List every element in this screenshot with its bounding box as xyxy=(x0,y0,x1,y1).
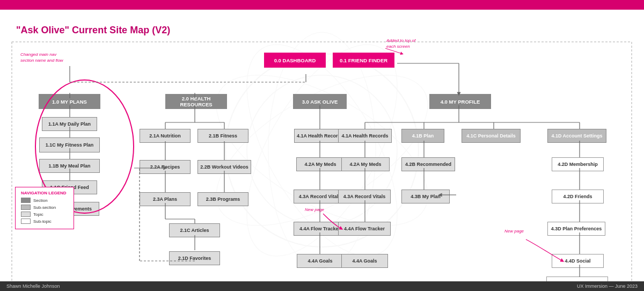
legend-title: NAVIGATION LEGEND xyxy=(21,191,68,195)
legend-subsection: Sub-section xyxy=(21,205,68,210)
node-recommended: 4.2B Recommended xyxy=(401,157,455,171)
node-workout-videos: 2.2B Workout Videos xyxy=(197,160,251,174)
node-plan-prefs: 4.3D Plan Preferences xyxy=(547,222,605,236)
node-fitness: 2.1B Fitness xyxy=(197,129,248,143)
node-my-plans: 1.0 MY PLANS xyxy=(39,94,100,109)
node-plan-4b: 4.1B Plan xyxy=(401,129,444,143)
node-social: 4.4D Social xyxy=(552,254,604,268)
node-fitness-plan: 1.1C My Fitness Plan xyxy=(39,137,100,152)
node-plans-2: 2.3A Plans xyxy=(140,192,191,206)
node-dashboard: 0.0 DASHBOARD xyxy=(264,53,326,68)
node-my-profile: 4.0 MY PROFILE xyxy=(429,94,491,109)
top-bar xyxy=(0,0,644,10)
node-account-settings: 4.1D Account Settings xyxy=(547,129,606,143)
node-personal-details: 4.1C Personal Details xyxy=(462,129,521,143)
node-daily-plan: 1.1A My Daily Plan xyxy=(42,117,97,131)
annotation-added-top: Added to top ofeach screen xyxy=(386,38,415,49)
node-membership: 4.2D Membership xyxy=(552,157,604,171)
node-friends: 4.2D Friends xyxy=(552,190,604,203)
node-my-plan-4b: 4.3B My Plan xyxy=(401,190,450,203)
annotation-changed-nav: Changed main navsection name and flow xyxy=(20,52,63,63)
footer-left: Shawn Michelle Johnson xyxy=(6,283,60,289)
page-title: "Ask Olive" Current Site Map (V2) xyxy=(16,25,170,36)
node-ask-olive: 3.0 ASK OLIVE xyxy=(293,94,347,109)
node-friend-finder: 0.1 FRIEND FINDER xyxy=(333,53,394,68)
legend-topic: Topic xyxy=(21,212,68,217)
node-articles: 2.1C Articles xyxy=(169,223,220,237)
legend-section: Section xyxy=(21,198,68,203)
annotation-new-page-1: New page xyxy=(305,207,324,213)
node-programs: 2.3B Programs xyxy=(197,192,248,206)
node-recipes: 2.2A Recipes xyxy=(140,160,191,174)
bottom-bar: Shawn Michelle Johnson UX Immersion — Ju… xyxy=(0,281,644,291)
node-goals-4: 4.4A Goals xyxy=(341,254,388,268)
node-favorites: 2.1D Favorites xyxy=(169,251,220,265)
footer-right: UX Immersion — June 2023 xyxy=(577,283,638,289)
legend: NAVIGATION LEGEND Section Sub-section To… xyxy=(15,187,74,229)
node-health-resources: 2.0 HEALTH RESOURCES xyxy=(165,94,227,109)
legend-subtopic: Sub-topic xyxy=(21,219,68,224)
node-flow-tracker-4: 4.4A Flow Tracker xyxy=(338,222,391,236)
node-my-meds-4: 4.2A My Meds xyxy=(341,157,390,171)
node-health-records-4: 4.1A Health Records xyxy=(338,129,392,143)
node-my-meds: 4.2A My Meds xyxy=(296,157,345,171)
svg-point-0 xyxy=(225,54,419,247)
node-nutrition: 2.1A Nutrition xyxy=(140,129,191,143)
main-content: "Ask Olive" Current Site Map (V2) Change… xyxy=(0,10,644,291)
annotation-new-page-2: New page xyxy=(504,229,524,234)
node-goals: 4.4A Goals xyxy=(297,254,343,268)
node-meal-plan: 1.1B My Meal Plan xyxy=(39,159,100,173)
node-record-vitals-4: 4.3A Record Vitals xyxy=(338,190,391,203)
